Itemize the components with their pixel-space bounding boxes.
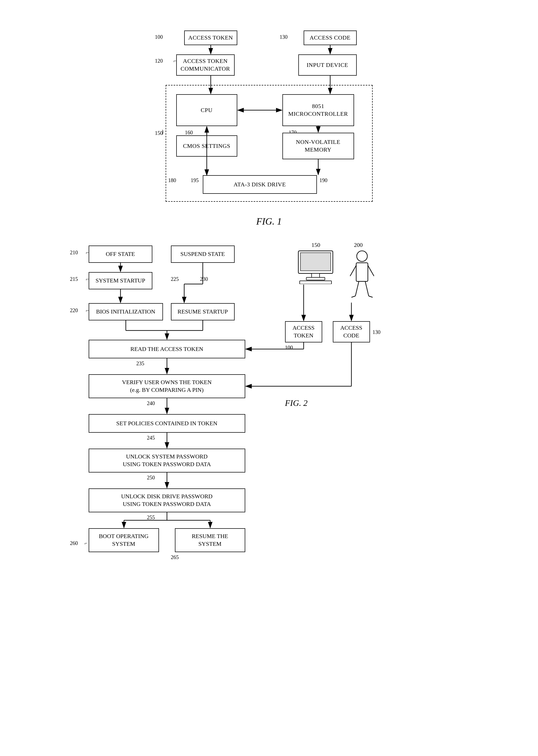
svg-line-18 <box>350 265 356 276</box>
label-160: 160 <box>185 130 193 135</box>
label-210: 210 <box>70 249 78 256</box>
fig1-title: FIG. 1 <box>150 216 389 227</box>
fig2-arrows <box>57 239 481 637</box>
label-195: 195 <box>191 177 199 184</box>
label-200: 200 <box>354 242 363 248</box>
full-diagram: 100 ⌐ 130 ⌐ ACCESS TOKEN ACCESS CODE 120… <box>0 0 538 653</box>
unlock-disk-box: UNLOCK DISK DRIVE PASSWORD USING TOKEN P… <box>89 488 245 512</box>
svg-line-22 <box>351 296 355 297</box>
label-260-tick: ⌐ <box>85 540 87 546</box>
disk-box: ATA-3 DISK DRIVE <box>203 175 317 194</box>
cpu-box: CPU <box>176 94 237 126</box>
label-220: 220 <box>70 307 78 313</box>
label-100: 100 <box>155 34 163 40</box>
label-230: 230 <box>200 276 208 282</box>
resume-startup-box: RESUME STARTUP <box>171 303 235 320</box>
label-245: 245 <box>147 435 155 441</box>
communicator-box: ACCESS TOKEN COMMUNICATOR <box>176 54 235 76</box>
svg-rect-12 <box>300 253 331 271</box>
off-state-box: OFF STATE <box>89 245 152 263</box>
person-figure <box>346 249 378 302</box>
label-100-fig2: 100 <box>285 345 293 351</box>
label-215: 215 <box>70 276 78 282</box>
unlock-sys-box: UNLOCK SYSTEM PASSWORD USING TOKEN PASSW… <box>89 449 245 472</box>
label-150-brace: } <box>162 129 164 135</box>
svg-rect-17 <box>356 263 368 281</box>
label-240: 240 <box>147 400 155 406</box>
svg-rect-14 <box>306 277 325 280</box>
label-265: 265 <box>171 554 179 560</box>
suspend-state-box: SUSPEND STATE <box>171 245 235 263</box>
svg-line-20 <box>355 281 359 296</box>
access-code-box: ACCESS CODE <box>304 30 357 45</box>
svg-rect-13 <box>312 273 320 277</box>
label-225: 225 <box>171 276 179 282</box>
label-190: 190 <box>320 177 328 184</box>
microcontroller-box: 8051 MICROCONTROLLER <box>282 94 354 126</box>
svg-line-19 <box>368 265 374 276</box>
fig2-container: 210 ⌐ OFF STATE SUSPEND STATE 215 ⌐ SYST… <box>57 239 481 637</box>
label-150-fig2: 150 <box>312 242 320 248</box>
resume-sys-box: RESUME THE SYSTEM <box>175 528 245 552</box>
label-255: 255 <box>147 514 155 520</box>
label-130-fig2: 130 <box>373 329 381 335</box>
label-180: 180 <box>168 177 176 184</box>
bios-init-box: BIOS INITIALIZATION <box>89 303 163 320</box>
svg-line-21 <box>365 281 369 296</box>
label-250: 250 <box>147 475 155 481</box>
svg-line-23 <box>369 296 373 297</box>
system-startup-box: SYSTEM STARTUP <box>89 272 152 289</box>
boot-os-box: BOOT OPERATING SYSTEM <box>89 528 159 552</box>
svg-point-16 <box>357 251 367 261</box>
computer-figure <box>293 249 338 284</box>
verify-user-box: VERIFY USER OWNS THE TOKEN (e.g. BY COMP… <box>89 374 245 398</box>
label-235: 235 <box>136 360 144 367</box>
set-policies-box: SET POLICIES CONTAINED IN TOKEN <box>89 414 245 433</box>
svg-rect-15 <box>300 281 332 284</box>
fig1-container: 100 ⌐ 130 ⌐ ACCESS TOKEN ACCESS CODE 120… <box>150 27 389 212</box>
access-token-box: ACCESS TOKEN <box>184 30 237 45</box>
label-130: 130 <box>280 34 288 40</box>
access-code-fig2-box: ACCESS CODE <box>333 321 370 343</box>
fig2-title: FIG. 2 <box>285 398 308 408</box>
read-token-box: READ THE ACCESS TOKEN <box>89 340 245 358</box>
label-120: 120 <box>155 58 163 64</box>
input-device-box: INPUT DEVICE <box>298 54 357 76</box>
label-260: 260 <box>70 540 78 546</box>
cmos-box: CMOS SETTINGS <box>176 135 237 157</box>
nvm-box: NON-VOLATILE MEMORY <box>282 133 354 159</box>
access-token-fig2-box: ACCESS TOKEN <box>285 321 322 343</box>
